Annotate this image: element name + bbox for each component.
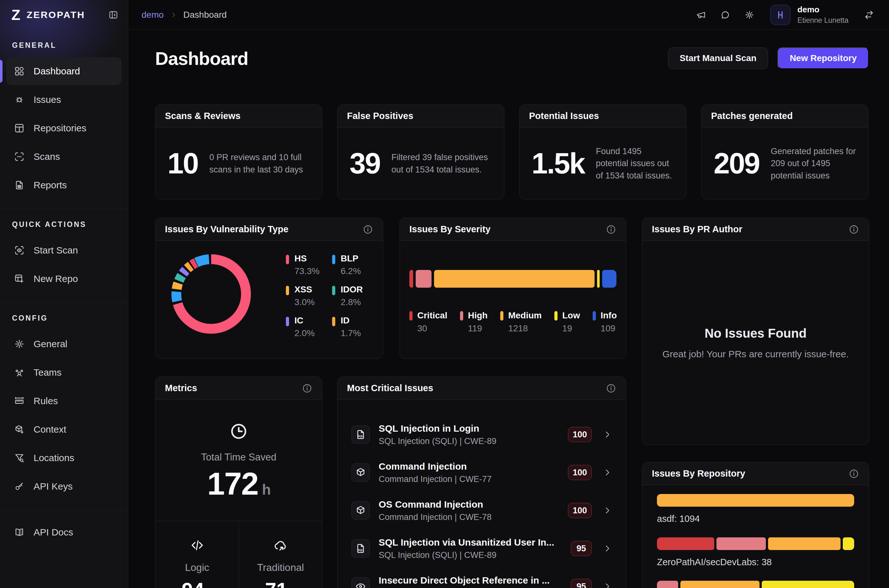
card-header: Scans & Reviews [155,105,322,128]
megaphone-icon[interactable] [696,10,706,20]
issue-icon-box: SQL [351,539,370,558]
stat-description: 0 PR reviews and 10 full scans in the la… [209,151,310,176]
legend-color-pill [460,311,463,321]
repo-label: ZeroPathAI/secDevLabs: 38 [657,557,854,567]
card-header: Issues By Vulnerability Type [155,218,383,241]
sidebar-item-scans[interactable]: Scans [6,143,122,171]
start-manual-scan-button[interactable]: Start Manual Scan [668,48,768,69]
repos-icon [14,123,25,134]
breadcrumb-project[interactable]: demo [141,10,164,20]
sidebar-item-label: General [33,339,68,350]
new-repository-button[interactable]: New Repository [778,48,869,69]
repo-stacked-bar [657,494,854,507]
sidebar-item-label: API Keys [33,481,72,492]
api-docs-icon [14,527,25,538]
issue-row-sql-injection-in-login[interactable]: SQLSQL Injection in LoginSQL Injection (… [351,416,612,453]
info-icon[interactable] [848,468,859,479]
sidebar-footer: API Docs [0,510,128,556]
sidebar-item-teams[interactable]: Teams [6,358,122,386]
chevron-right-icon[interactable] [602,468,612,477]
sidebar-item-api-keys[interactable]: API Keys [6,472,122,500]
issue-title: SQL Injection in Login [378,423,496,434]
org-switcher[interactable]: demo Etienne Lunetta [770,5,848,25]
sidebar-item-label: New Repo [33,273,78,284]
logo-row: Z ZEROPATH [0,0,128,30]
repo-bar-segment [762,581,854,588]
metric-value: 71h [239,579,322,588]
legend-color-pill [332,255,335,264]
severity-score-badge: 95 [571,579,592,588]
metric-value: 94h [155,579,239,588]
sidebar-item-dashboard[interactable]: Dashboard [6,57,122,85]
issue-title: SQL Injection via Unsanitized User In... [378,537,554,548]
repo-bar-segment [657,581,678,588]
chat-icon[interactable] [720,10,730,20]
sidebar: Z ZEROPATH GENERALDashboardIssuesReposit… [0,0,128,588]
total-hours: 172 [207,466,258,501]
sidebar-item-repositories[interactable]: Repositories [6,114,122,142]
sidebar-item-new-repo[interactable]: New Repo [6,265,122,293]
swap-icon[interactable] [863,9,874,20]
panel-toggle-icon[interactable] [108,10,119,20]
sidebar-item-reports[interactable]: Reports [6,171,122,199]
severity-score-badge: 95 [571,541,592,556]
sidebar-item-issues[interactable]: Issues [6,86,122,114]
metric-label: Traditional [239,562,322,573]
chevron-right-icon[interactable] [602,430,612,439]
info-icon[interactable] [606,224,616,235]
legend-item-hs: HS73.3% [286,254,332,276]
sidebar-section-config: CONFIGGeneralTeamsRulesContextLocationsA… [0,302,128,510]
sidebar-item-locations[interactable]: Locations [6,444,122,472]
chevron-right-icon [170,11,177,18]
card-header: Issues By Repository [643,462,869,485]
repo-row-partial-2 [657,581,854,588]
new-repo-icon [14,273,25,284]
stat-card-false-positives: False Positives39Filtered 39 false posit… [337,104,505,200]
info-icon[interactable] [606,383,616,394]
sidebar-item-general[interactable]: General [6,330,122,358]
issue-row-sql-injection-via-unsanitized-user-in[interactable]: SQLSQL Injection via Unsanitized User In… [351,530,612,567]
legend-color-pill [286,255,289,264]
eye-icon [355,581,366,588]
main-content: Dashboard Start Manual Scan New Reposito… [128,30,889,588]
org-avatar [770,5,791,25]
repo-bar-segment [657,537,714,550]
sidebar-item-rules[interactable]: Rules [6,387,122,415]
repo-stacked-bar [657,537,854,550]
card-title: Issues By Repository [652,468,745,479]
info-icon[interactable] [848,224,859,235]
chevron-right-icon[interactable] [602,506,612,515]
stat-value: 39 [350,147,380,180]
info-icon[interactable] [362,224,373,235]
legend-percent: 6.2% [341,266,361,276]
card-header: Patches generated [701,105,868,128]
svg-text:SQL: SQL [358,435,363,438]
sidebar-item-start-scan[interactable]: Start Scan [6,236,122,264]
gear-icon[interactable] [744,10,754,20]
chevron-right-icon[interactable] [602,582,612,588]
info-icon[interactable] [302,383,312,394]
severity-count: 109 [601,323,617,333]
locations-icon [14,453,25,463]
issue-title: Insecure Direct Object Reference in ... [378,575,555,586]
legend-label: IDOR [341,285,363,295]
issue-row-os-command-injection[interactable]: OS Command InjectionCommand Injection | … [351,492,612,530]
clock-icon [229,422,248,441]
legend-color-pill [554,311,557,321]
issue-title: Command Injection [378,461,492,472]
legend-item-ic: IC2.0% [286,315,332,338]
severity-label: Info [601,310,617,321]
sidebar-item-context[interactable]: Context [6,416,122,443]
issue-row-command-injection[interactable]: Command InjectionCommand Injection | CWE… [351,453,612,492]
chevron-right-icon[interactable] [602,544,612,553]
donut-segment-hs [176,259,246,329]
sidebar-item-api-docs[interactable]: API Docs [6,518,122,546]
card-title: Issues By Vulnerability Type [165,224,288,234]
issue-row-insecure-direct-object-reference-in[interactable]: Insecure Direct Object Reference in ...I… [351,567,612,588]
severity-score-badge: 100 [568,503,592,518]
empty-state-description: Great job! Your PRs are currently issue-… [662,349,849,360]
sidebar-item-label: Rules [33,396,58,406]
issue-text: OS Command InjectionCommand Injection | … [378,499,492,522]
issue-subtitle: Command Injection | CWE-77 [378,474,492,484]
legend-item-id: ID1.7% [332,315,378,338]
